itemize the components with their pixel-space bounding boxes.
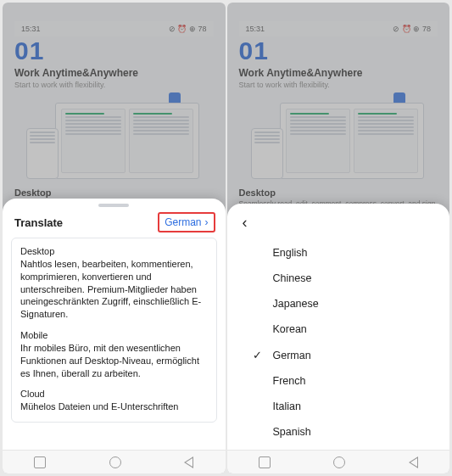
language-option[interactable]: English bbox=[248, 240, 442, 266]
check-icon: ✓ bbox=[253, 349, 265, 361]
bg-desktop-heading: Desktop bbox=[14, 188, 214, 198]
status-icons: ⊘ ⏰ ⊕ 78 bbox=[393, 25, 431, 33]
language-label: Spanish bbox=[273, 426, 311, 438]
back-button[interactable]: ‹ bbox=[239, 214, 248, 232]
device-illustration bbox=[249, 99, 427, 179]
language-label: Korean bbox=[273, 323, 307, 335]
language-option[interactable]: Korean bbox=[248, 316, 442, 342]
language-option[interactable]: Japanese bbox=[248, 291, 442, 316]
back-icon[interactable] bbox=[409, 456, 418, 468]
bg-subtitle: Start to work with flexibility. bbox=[14, 81, 214, 89]
t-desktop-text: Nahtlos lesen, bearbeiten, kommentieren,… bbox=[20, 258, 208, 321]
language-option[interactable]: French bbox=[248, 368, 442, 394]
recents-icon[interactable] bbox=[259, 456, 271, 468]
back-icon[interactable] bbox=[184, 456, 193, 468]
language-label: Chinese bbox=[273, 272, 312, 284]
bg-title: Work Anytime&Anywhere bbox=[14, 67, 214, 79]
language-label: English bbox=[273, 247, 308, 259]
selected-language-label: German bbox=[165, 216, 201, 228]
language-option[interactable]: Chinese bbox=[248, 266, 442, 291]
phone-right: 15:31 ⊘ ⏰ ⊕ 78 01 Work Anytime&Anywhere … bbox=[227, 3, 450, 473]
page-number: 01 bbox=[239, 36, 438, 65]
chevron-right-icon: › bbox=[205, 216, 209, 228]
language-label: Japanese bbox=[273, 298, 319, 310]
status-time: 15:31 bbox=[246, 25, 265, 33]
bg-desktop-heading: Desktop bbox=[239, 188, 438, 198]
status-time: 15:31 bbox=[21, 25, 41, 33]
translate-sheet: Translate German › Desktop Nahtlos lesen… bbox=[3, 199, 226, 450]
status-bar: 15:31 ⊘ ⏰ ⊕ 78 bbox=[14, 21, 214, 36]
status-bar: 15:31 ⊘ ⏰ ⊕ 78 bbox=[239, 21, 438, 36]
android-nav-bar bbox=[227, 450, 450, 473]
language-list: EnglishChineseJapaneseKorean✓GermanFrenc… bbox=[227, 237, 450, 451]
language-option[interactable]: Italian bbox=[248, 394, 442, 419]
t-mobile-heading: Mobile bbox=[20, 329, 208, 342]
t-mobile-text: Ihr mobiles Büro, mit den wesentlichen F… bbox=[20, 342, 208, 380]
page-number: 01 bbox=[14, 36, 214, 65]
home-icon[interactable] bbox=[333, 456, 345, 468]
language-option[interactable]: ✓German bbox=[248, 342, 442, 368]
language-label: German bbox=[273, 350, 311, 361]
status-icons: ⊘ ⏰ ⊕ 78 bbox=[169, 25, 207, 33]
language-select-button[interactable]: German › bbox=[158, 212, 215, 232]
t-cloud-text: Mühelos Dateien und E-Unterschriften bbox=[20, 400, 208, 413]
phone-left: 15:31 ⊘ ⏰ ⊕ 78 01 Work Anytime&Anywhere … bbox=[3, 3, 226, 473]
translation-output[interactable]: Desktop Nahtlos lesen, bearbeiten, komme… bbox=[11, 238, 217, 423]
language-picker-sheet: ‹ EnglishChineseJapaneseKorean✓GermanFre… bbox=[227, 204, 450, 450]
recents-icon[interactable] bbox=[34, 456, 46, 468]
sheet-title: Translate bbox=[14, 216, 63, 229]
language-option[interactable]: Spanish bbox=[248, 419, 442, 445]
language-label: Italian bbox=[273, 400, 301, 412]
android-nav-bar bbox=[3, 450, 226, 473]
bg-title: Work Anytime&Anywhere bbox=[239, 67, 438, 79]
home-icon[interactable] bbox=[109, 456, 121, 468]
t-desktop-heading: Desktop bbox=[20, 245, 208, 258]
language-label: French bbox=[273, 375, 306, 387]
bg-subtitle: Start to work with flexibility. bbox=[239, 81, 438, 89]
device-illustration bbox=[25, 99, 203, 179]
sheet-grabber[interactable] bbox=[98, 204, 129, 207]
t-cloud-heading: Cloud bbox=[20, 388, 208, 400]
